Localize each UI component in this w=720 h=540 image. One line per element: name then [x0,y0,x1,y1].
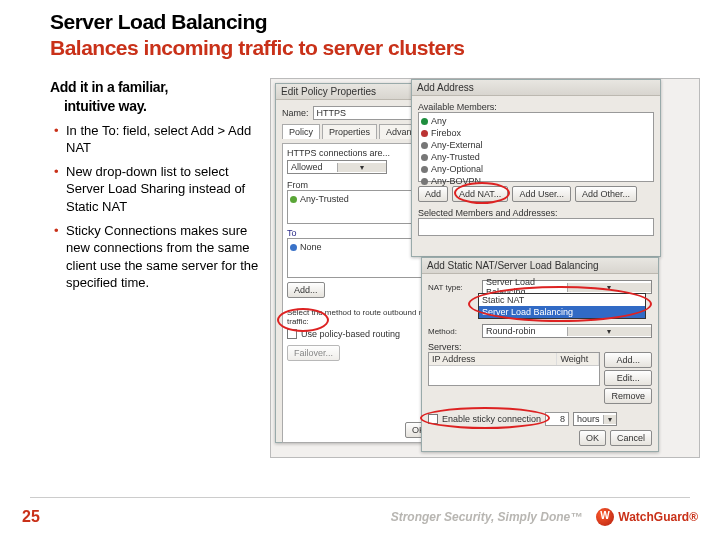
node-icon [421,178,428,185]
type-dropdown-open[interactable]: Static NAT Server Load Balancing [478,293,646,319]
snat-ok-button[interactable]: OK [579,430,606,446]
selected-list[interactable] [418,218,654,236]
node-icon [421,142,428,149]
chevron-down-icon: ▾ [337,163,387,172]
tab-properties[interactable]: Properties [322,124,377,139]
pbr-label: Use policy-based routing [301,329,400,339]
dd-option-slb[interactable]: Server Load Balancing [479,306,645,318]
method-combo[interactable]: Round-robin▾ [482,324,652,338]
pbr-checkbox[interactable] [287,329,297,339]
logo-mark-icon [596,508,614,526]
chevron-down-icon: ▾ [567,327,652,336]
srv-remove-button[interactable]: Remove [604,388,652,404]
aa-add-user-button[interactable]: Add User... [512,186,571,202]
node-icon [290,196,297,203]
name-label: Name: [282,108,309,118]
snat-cancel-button[interactable]: Cancel [610,430,652,446]
srv-edit-button[interactable]: Edit... [604,370,652,386]
page-number: 25 [22,508,40,526]
node-icon [421,118,428,125]
node-icon [421,154,428,161]
lead-line-1: Add it in a familiar, [50,79,168,95]
sticky-value-input[interactable]: 8 [545,412,569,426]
aa-add-nat-button[interactable]: Add NAT... [452,186,508,202]
to-add-button[interactable]: Add... [287,282,325,298]
type-label: NAT type: [428,283,478,292]
slide-subtitle: Balances incoming traffic to server clus… [50,36,700,60]
method-label: Method: [428,327,478,336]
failover-button[interactable]: Failover... [287,345,340,361]
footer-rule [30,497,690,498]
snat-titlebar: Add Static NAT/Server Load Balancing [422,258,658,274]
aa-add-other-button[interactable]: Add Other... [575,186,637,202]
sticky-checkbox[interactable] [428,414,438,424]
slide-title: Server Load Balancing [50,10,700,34]
avail-label: Available Members: [418,102,654,112]
footer-tagline: Stronger Security, Simply Done™ [391,510,583,524]
logo-text: WatchGuard® [618,510,698,524]
lead-line-2: intuitive way. [50,97,260,116]
node-icon [421,130,428,137]
servers-label: Servers: [428,342,652,352]
dd-option-static-nat[interactable]: Static NAT [479,294,645,306]
aa-add-button[interactable]: Add [418,186,448,202]
add-address-window: Add Address Available Members: Any Fireb… [411,79,661,257]
selected-label: Selected Members and Addresses: [418,208,654,218]
sticky-label: Enable sticky connection [442,414,541,424]
screenshot-composite: Edit Policy Properties Name: HTTPS Polic… [270,78,700,458]
conn-combo[interactable]: Allowed▾ [287,160,387,174]
bullet-1: In the To: field, select Add > Add NAT [50,122,260,157]
col-ip: IP Address [429,353,557,365]
node-icon [290,244,297,251]
type-combo[interactable]: Server Load Balancing▾ [482,280,652,294]
srv-add-button[interactable]: Add... [604,352,652,368]
text-column: Add it in a familiar, intuitive way. In … [50,78,260,458]
node-icon [421,166,428,173]
add-address-titlebar: Add Address [412,80,660,96]
servers-table[interactable]: IP Address Weight [428,352,600,386]
bullet-2: New drop-down list to select Server Load… [50,163,260,216]
avail-members-list[interactable]: Any Firebox Any-External Any-Trusted Any… [418,112,654,182]
bullet-3: Sticky Connections makes sure new connec… [50,222,260,292]
snat-window: Add Static NAT/Server Load Balancing NAT… [421,257,659,452]
watchguard-logo: WatchGuard® [596,508,698,526]
tab-policy[interactable]: Policy [282,124,320,139]
name-input[interactable]: HTTPS [313,106,423,120]
chevron-down-icon: ▾ [603,415,616,424]
chevron-down-icon: ▾ [567,283,652,292]
sticky-unit-combo[interactable]: hours▾ [573,412,617,426]
col-weight: Weight [557,353,599,365]
